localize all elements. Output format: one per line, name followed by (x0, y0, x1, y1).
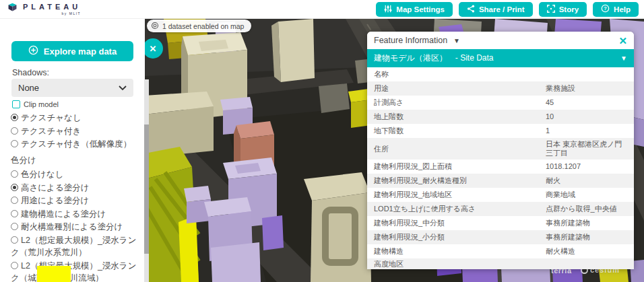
panel-close-icon[interactable]: ✕ (618, 36, 627, 46)
radio-selected-icon (11, 184, 18, 191)
texture-option-none[interactable]: テクスチャなし (11, 112, 140, 125)
feature-row: 建物利用現況_小分類事務所建築物 (367, 230, 634, 244)
plus-circle-icon (28, 45, 38, 57)
feature-row: 用途業務施設 (367, 81, 634, 96)
feature-row: 建物利用現況_図上面積1018.1207 (367, 160, 634, 174)
feature-label: 建物利用現況_小分類 (374, 232, 546, 242)
height-legend: 180m (37, 266, 96, 282)
radio-icon (11, 127, 18, 135)
share-icon (467, 5, 475, 14)
color-option-by-fireproof[interactable]: 耐火構造種別による塗分け (11, 221, 140, 234)
plateau-cube-icon (7, 2, 18, 16)
feature-panel-title: Feature Information (374, 36, 447, 45)
shadows-dropdown[interactable]: None (11, 79, 133, 97)
feature-panel-header: Feature Information ▼ ✕ (367, 32, 634, 49)
map-settings-button[interactable]: Map Settings (376, 2, 453, 17)
feature-value: 業務施設 (546, 84, 634, 93)
header-buttons: Map Settings Share / Print Story (376, 2, 639, 17)
feature-row: 地上階数10 (367, 110, 634, 124)
radio-icon (11, 262, 18, 269)
option-label: 耐火構造種別による塗分け (21, 222, 123, 232)
feature-value: 耐火構造 (546, 247, 634, 256)
feature-row: 建物構造耐火構造 (367, 244, 634, 258)
option-label: 色分けなし (21, 170, 63, 179)
feature-value: 1 (546, 127, 634, 135)
option-label: テクスチャなし (21, 113, 82, 122)
share-print-label: Share / Print (479, 5, 525, 13)
help-button[interactable]: ? Help (593, 2, 639, 17)
feature-row: 高度地区 (367, 258, 634, 269)
feature-row: 名称 (367, 67, 634, 81)
feature-label: 地下階数 (374, 126, 546, 136)
brand-byline: by MLIT (62, 12, 82, 15)
help-label: Help (614, 5, 631, 13)
option-label: テクスチャ付き (21, 127, 81, 136)
feature-value: 45 (546, 98, 634, 107)
feature-value: 事務所建築物 (546, 233, 634, 242)
explore-map-data-button[interactable]: Explore map data (11, 41, 133, 61)
map-settings-label: Map Settings (396, 5, 445, 13)
color-option-flood-arakawa[interactable]: L2（想定最大規模）_浸水ランク（荒川水系荒川） (11, 234, 140, 259)
sliders-icon (384, 5, 392, 14)
feature-dataset-selector-label: 建物モデル（港区） - Site Data (374, 52, 494, 64)
feature-label: 計測高さ (374, 98, 546, 108)
story-button[interactable]: Story (539, 2, 587, 17)
option-label: 高さによる塗分け (21, 183, 89, 192)
feature-row: 建物利用現況_耐火構造種別耐火 (367, 174, 634, 188)
color-option-by-height[interactable]: 高さによる塗分け (11, 182, 140, 195)
feature-row: 地下階数1 (367, 124, 634, 138)
clip-model-checkbox[interactable] (12, 100, 20, 108)
radio-icon (11, 140, 18, 147)
svg-text:?: ? (604, 5, 607, 11)
feature-row: 計測高さ45 (367, 96, 634, 110)
color-option-by-usage[interactable]: 用途による塗分け (11, 195, 140, 207)
dataset-count-text: 1 dataset enabled on map (162, 22, 244, 30)
left-sidebar: Explore map data Shadows: None Clip mode… (0, 19, 145, 282)
feature-label: 建物利用現況_耐火構造種別 (374, 176, 546, 186)
feature-row: 建物利用現況_地域地区商業地域 (367, 188, 634, 202)
feature-value: 日本 東京都港区虎ノ門三丁目 (546, 140, 634, 157)
color-coding-section-label: 色分け (11, 154, 140, 167)
feature-label: 建物構造 (374, 246, 546, 256)
option-label: L2（想定最大規模）_浸水ランク（荒川水系荒川） (11, 236, 136, 258)
sidebar-collapse-button[interactable]: ✕ (143, 38, 163, 59)
feature-value: 1018.1207 (546, 162, 634, 171)
feature-value: 10 (546, 112, 634, 121)
feature-label: 名称 (374, 69, 546, 79)
story-icon (547, 5, 555, 14)
radio-icon (11, 223, 18, 230)
legend-color-swatch (37, 266, 71, 282)
feature-dataset-selector[interactable]: 建物モデル（港区） - Site Data ▼ (367, 49, 634, 67)
plateau-logo: PLATEAU by MLIT (7, 2, 81, 16)
radar-icon (151, 22, 159, 31)
feature-row: 住所日本 東京都港区虎ノ門三丁目 (367, 138, 634, 160)
feature-label: 住所 (374, 144, 546, 154)
panel-collapse-caret-icon[interactable]: ▼ (453, 37, 460, 44)
story-label: Story (559, 5, 579, 13)
texture-option-textured[interactable]: テクスチャ付き (11, 125, 140, 138)
feature-label: LOD1立ち上げに使用する高さ (374, 204, 546, 214)
feature-label: 建物利用現況_地域地区 (374, 190, 546, 200)
radio-icon (11, 197, 18, 204)
style-options-list: テクスチャなし テクスチャ付き テクスチャ付き（低解像度） 色分け 色分けなし … (11, 112, 140, 282)
radio-icon (11, 170, 18, 178)
feature-label: 高度地区 (374, 259, 546, 269)
feature-label: 建物利用現況_図上面積 (374, 162, 546, 172)
feature-value: 点群から取得_中央値 (546, 205, 634, 213)
feature-value: 事務所建築物 (546, 219, 634, 227)
sidebar-scrollbar[interactable] (144, 79, 149, 282)
color-option-by-structure[interactable]: 建物構造による塗分け (11, 208, 140, 221)
texture-option-lowres[interactable]: テクスチャ付き（低解像度） (11, 138, 140, 151)
explore-map-data-label: Explore map data (44, 46, 117, 57)
feature-row: 建物利用現況_中分類事務所建築物 (367, 216, 634, 230)
clip-model-option[interactable]: Clip model (12, 100, 59, 108)
feature-row: LOD1立ち上げに使用する高さ点群から取得_中央値 (367, 202, 634, 216)
feature-value: 商業地域 (546, 190, 634, 199)
shadows-label: Shadows: (12, 68, 49, 77)
share-print-button[interactable]: Share / Print (459, 2, 533, 17)
color-option-none[interactable]: 色分けなし (11, 168, 140, 181)
shadows-selected-value: None (18, 83, 39, 93)
feature-information-panel: Feature Information ▼ ✕ 建物モデル（港区） - Site… (367, 32, 634, 269)
sidebar-scrollbar-thumb[interactable] (144, 125, 149, 254)
feature-label: 地上階数 (374, 112, 546, 122)
